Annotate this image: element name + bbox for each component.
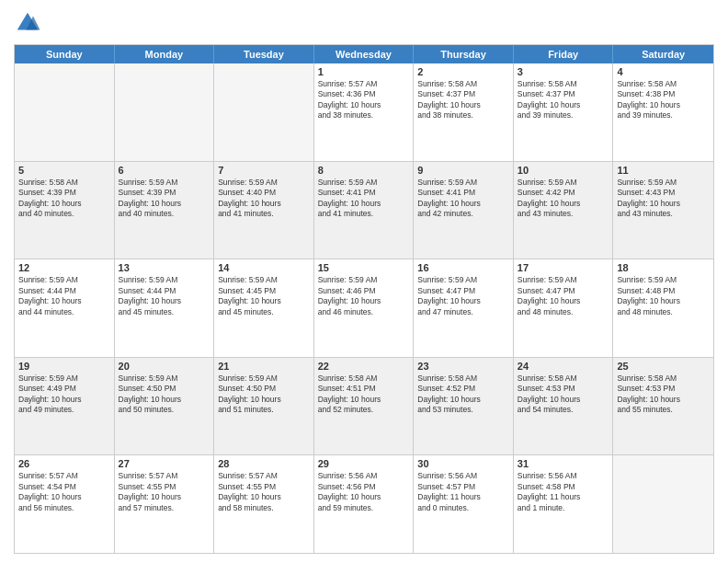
- day-info: Sunrise: 5:59 AM Sunset: 4:47 PM Dayligh…: [518, 275, 609, 317]
- day-number: 7: [218, 165, 310, 176]
- calendar-cell: 15Sunrise: 5:59 AM Sunset: 4:46 PM Dayli…: [314, 259, 415, 357]
- day-info: Sunrise: 5:58 AM Sunset: 4:38 PM Dayligh…: [617, 79, 710, 121]
- weekday-header: Friday: [514, 45, 614, 63]
- calendar-cell: [214, 63, 314, 161]
- day-info: Sunrise: 5:59 AM Sunset: 4:43 PM Dayligh…: [617, 178, 710, 220]
- calendar-cell: 6Sunrise: 5:59 AM Sunset: 4:39 PM Daylig…: [115, 162, 215, 259]
- day-number: 26: [18, 458, 110, 469]
- day-info: Sunrise: 5:58 AM Sunset: 4:51 PM Dayligh…: [318, 373, 410, 416]
- day-info: Sunrise: 5:59 AM Sunset: 4:44 PM Dayligh…: [119, 275, 210, 317]
- day-number: 11: [617, 165, 710, 176]
- calendar-cell: [115, 63, 215, 161]
- day-number: 24: [518, 361, 609, 372]
- day-info: Sunrise: 5:58 AM Sunset: 4:39 PM Dayligh…: [18, 178, 110, 220]
- day-number: 10: [518, 165, 609, 176]
- day-number: 21: [218, 361, 310, 372]
- calendar-cell: 26Sunrise: 5:57 AM Sunset: 4:54 PM Dayli…: [15, 455, 115, 553]
- calendar-cell: 23Sunrise: 5:58 AM Sunset: 4:52 PM Dayli…: [414, 358, 514, 455]
- calendar-cell: 27Sunrise: 5:57 AM Sunset: 4:55 PM Dayli…: [115, 455, 215, 553]
- day-info: Sunrise: 5:59 AM Sunset: 4:50 PM Dayligh…: [119, 373, 210, 416]
- day-number: 3: [518, 66, 609, 77]
- weekday-header: Sunday: [15, 45, 115, 63]
- calendar-row: 19Sunrise: 5:59 AM Sunset: 4:49 PM Dayli…: [15, 358, 713, 456]
- day-info: Sunrise: 5:57 AM Sunset: 4:55 PM Dayligh…: [119, 471, 210, 513]
- day-number: 2: [417, 66, 509, 77]
- day-number: 1: [318, 66, 410, 77]
- day-number: 18: [617, 262, 710, 273]
- calendar-cell: 13Sunrise: 5:59 AM Sunset: 4:44 PM Dayli…: [115, 259, 215, 357]
- day-info: Sunrise: 5:57 AM Sunset: 4:36 PM Dayligh…: [318, 79, 410, 121]
- day-number: 25: [617, 361, 710, 372]
- day-info: Sunrise: 5:58 AM Sunset: 4:37 PM Dayligh…: [518, 79, 609, 121]
- calendar-cell: 16Sunrise: 5:59 AM Sunset: 4:47 PM Dayli…: [414, 259, 514, 357]
- day-number: 15: [318, 262, 410, 273]
- calendar-cell: 25Sunrise: 5:58 AM Sunset: 4:53 PM Dayli…: [613, 358, 713, 455]
- day-info: Sunrise: 5:59 AM Sunset: 4:45 PM Dayligh…: [218, 275, 310, 317]
- calendar-cell: 17Sunrise: 5:59 AM Sunset: 4:47 PM Dayli…: [514, 259, 614, 357]
- day-number: 30: [417, 458, 509, 469]
- calendar-cell: 9Sunrise: 5:59 AM Sunset: 4:41 PM Daylig…: [414, 162, 514, 259]
- day-number: 20: [119, 361, 210, 372]
- day-info: Sunrise: 5:57 AM Sunset: 4:54 PM Dayligh…: [18, 471, 110, 513]
- calendar-cell: [613, 455, 713, 553]
- calendar-cell: 1Sunrise: 5:57 AM Sunset: 4:36 PM Daylig…: [314, 63, 415, 161]
- day-info: Sunrise: 5:59 AM Sunset: 4:49 PM Dayligh…: [18, 373, 110, 416]
- day-number: 8: [318, 165, 410, 176]
- calendar-cell: 8Sunrise: 5:59 AM Sunset: 4:41 PM Daylig…: [314, 162, 415, 259]
- calendar-cell: 21Sunrise: 5:59 AM Sunset: 4:50 PM Dayli…: [214, 358, 314, 455]
- day-info: Sunrise: 5:59 AM Sunset: 4:40 PM Dayligh…: [218, 178, 310, 220]
- calendar-cell: 20Sunrise: 5:59 AM Sunset: 4:50 PM Dayli…: [115, 358, 215, 455]
- day-number: 31: [518, 458, 609, 469]
- day-number: 16: [417, 262, 509, 273]
- header: [14, 9, 714, 37]
- day-number: 14: [218, 262, 310, 273]
- calendar: SundayMondayTuesdayWednesdayThursdayFrid…: [14, 44, 714, 554]
- weekday-header: Wednesday: [314, 45, 415, 63]
- day-info: Sunrise: 5:56 AM Sunset: 4:57 PM Dayligh…: [417, 471, 509, 513]
- day-info: Sunrise: 5:57 AM Sunset: 4:55 PM Dayligh…: [218, 471, 310, 513]
- day-info: Sunrise: 5:56 AM Sunset: 4:58 PM Dayligh…: [518, 471, 609, 513]
- calendar-cell: 18Sunrise: 5:59 AM Sunset: 4:48 PM Dayli…: [613, 259, 713, 357]
- calendar-cell: 30Sunrise: 5:56 AM Sunset: 4:57 PM Dayli…: [414, 455, 514, 553]
- page: SundayMondayTuesdayWednesdayThursdayFrid…: [0, 0, 728, 563]
- calendar-cell: 7Sunrise: 5:59 AM Sunset: 4:40 PM Daylig…: [214, 162, 314, 259]
- calendar-cell: 2Sunrise: 5:58 AM Sunset: 4:37 PM Daylig…: [414, 63, 514, 161]
- logo: [14, 9, 45, 37]
- day-info: Sunrise: 5:59 AM Sunset: 4:41 PM Dayligh…: [417, 178, 509, 220]
- day-info: Sunrise: 5:59 AM Sunset: 4:48 PM Dayligh…: [617, 275, 710, 317]
- day-info: Sunrise: 5:59 AM Sunset: 4:39 PM Dayligh…: [119, 178, 210, 220]
- calendar-row: 12Sunrise: 5:59 AM Sunset: 4:44 PM Dayli…: [15, 259, 713, 358]
- day-info: Sunrise: 5:59 AM Sunset: 4:46 PM Dayligh…: [318, 275, 410, 317]
- logo-icon: [14, 9, 41, 37]
- calendar-cell: 19Sunrise: 5:59 AM Sunset: 4:49 PM Dayli…: [15, 358, 115, 455]
- day-info: Sunrise: 5:58 AM Sunset: 4:53 PM Dayligh…: [617, 373, 710, 416]
- calendar-cell: [15, 63, 115, 161]
- calendar-cell: 14Sunrise: 5:59 AM Sunset: 4:45 PM Dayli…: [214, 259, 314, 357]
- weekday-header: Thursday: [414, 45, 514, 63]
- day-number: 17: [518, 262, 609, 273]
- calendar-cell: 24Sunrise: 5:58 AM Sunset: 4:53 PM Dayli…: [514, 358, 614, 455]
- day-number: 27: [119, 458, 210, 469]
- calendar-cell: 10Sunrise: 5:59 AM Sunset: 4:42 PM Dayli…: [514, 162, 614, 259]
- day-number: 13: [119, 262, 210, 273]
- day-info: Sunrise: 5:58 AM Sunset: 4:53 PM Dayligh…: [518, 373, 609, 416]
- day-number: 5: [18, 165, 110, 176]
- calendar-cell: 28Sunrise: 5:57 AM Sunset: 4:55 PM Dayli…: [214, 455, 314, 553]
- calendar-row: 1Sunrise: 5:57 AM Sunset: 4:36 PM Daylig…: [15, 63, 713, 162]
- calendar-body: 1Sunrise: 5:57 AM Sunset: 4:36 PM Daylig…: [15, 63, 713, 553]
- calendar-cell: 3Sunrise: 5:58 AM Sunset: 4:37 PM Daylig…: [514, 63, 614, 161]
- day-number: 6: [119, 165, 210, 176]
- weekday-header: Saturday: [613, 45, 713, 63]
- day-number: 12: [18, 262, 110, 273]
- calendar-cell: 22Sunrise: 5:58 AM Sunset: 4:51 PM Dayli…: [314, 358, 415, 455]
- weekday-header: Monday: [115, 45, 215, 63]
- calendar-cell: 11Sunrise: 5:59 AM Sunset: 4:43 PM Dayli…: [613, 162, 713, 259]
- calendar-cell: 5Sunrise: 5:58 AM Sunset: 4:39 PM Daylig…: [15, 162, 115, 259]
- calendar-cell: 12Sunrise: 5:59 AM Sunset: 4:44 PM Dayli…: [15, 259, 115, 357]
- day-info: Sunrise: 5:59 AM Sunset: 4:47 PM Dayligh…: [417, 275, 509, 317]
- day-number: 23: [417, 361, 509, 372]
- day-number: 19: [18, 361, 110, 372]
- day-info: Sunrise: 5:59 AM Sunset: 4:50 PM Dayligh…: [218, 373, 310, 416]
- calendar-row: 5Sunrise: 5:58 AM Sunset: 4:39 PM Daylig…: [15, 162, 713, 260]
- day-info: Sunrise: 5:58 AM Sunset: 4:52 PM Dayligh…: [417, 373, 509, 416]
